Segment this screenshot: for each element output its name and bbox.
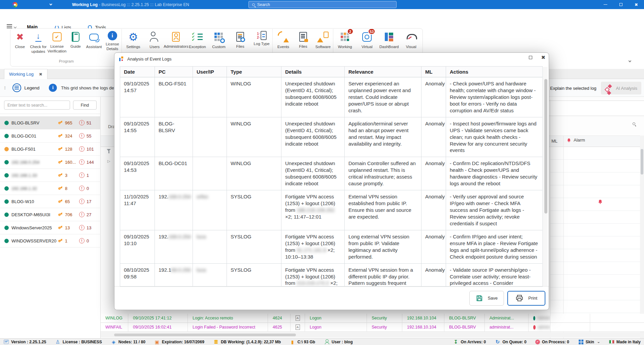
print-button[interactable]: Print [507, 291, 545, 306]
grid-search-icon[interactable] [633, 122, 635, 125]
table-row[interactable]: 08/10/2025 09:58 192.168.0.250 luca SYSL… [120, 264, 542, 287]
alert-icon: ! [79, 146, 84, 152]
server-list-item[interactable]: BLOG-DC01 324 ! 55 [0, 129, 101, 143]
table-row[interactable]: 09/10/2025 14:57 BLOG-FS01 WINLOG Unexpe… [120, 77, 542, 117]
sidebar-search-input[interactable]: Enter text to search... [4, 101, 70, 110]
log-desc-cell: Login: Acceso remoto [188, 314, 268, 323]
ribbon-button[interactable]: Custom [208, 31, 229, 49]
table-row[interactable]: 09/10/2025 14:53 BLOG-DC01 WINLOG Unexpe… [120, 157, 542, 190]
table-column-header[interactable]: User/IP [193, 67, 227, 77]
ribbon-button[interactable]: License Verification [47, 31, 66, 53]
table-row[interactable]: 11/10/2025 11:47 192.168.0.254 orfeo SYS… [120, 190, 542, 230]
server-list-item[interactable]: 192.168.1.33 3 ! 1 [0, 169, 101, 182]
ribbon-button[interactable]: 2 Working [335, 31, 355, 49]
ribbon-button[interactable]: Assistant [85, 31, 103, 49]
ribbon-button[interactable]: Software [313, 31, 333, 49]
log-grid-row[interactable]: WINFAIL 09/10/2025 16:02:41 Login Failed… [101, 323, 644, 332]
ribbon-button[interactable]: Settings [123, 31, 144, 49]
type-cell: WINLOG [227, 77, 281, 117]
table-row[interactable]: 09/10/2025 10:10 192.168.0.254 luca SYSL… [120, 230, 542, 264]
status-item[interactable]: License : BUSINESS [55, 339, 102, 345]
dialog-close-button[interactable]: ✖ [541, 54, 545, 61]
ribbon-button[interactable]: DashBoard [379, 31, 400, 49]
table-column-header[interactable]: Type [227, 67, 281, 77]
ribbon-button[interactable]: Close [11, 31, 29, 49]
table-row[interactable]: 09/10/2025 14:55 BLOG-BLSRV WINLOG Unexp… [120, 117, 542, 157]
server-list-item[interactable]: BLOG-W10 65 ! 17 [0, 195, 101, 208]
ribbon-button[interactable]: Administrators [166, 31, 187, 49]
legend-button[interactable]: Legend [24, 85, 39, 90]
server-list-item[interactable]: 192.168.1.32 8 ! 0 [0, 182, 101, 195]
quick-access-chevron-icon[interactable] [49, 3, 52, 5]
ai-prompt-input[interactable]: ✖ [538, 101, 644, 116]
status-item[interactable]: User : blog [324, 339, 353, 345]
log-grid-row[interactable]: WINLOG 09/10/2025 17:41:12 Login: Acceso… [101, 314, 644, 323]
status-item[interactable]: Expiration: 16/07/2069 [154, 339, 204, 345]
dialog-maximize-button[interactable] [529, 56, 532, 59]
status-item[interactable]: C:\ 93 Gb [290, 339, 315, 345]
maximize-button[interactable] [613, 0, 629, 9]
ribbon-button[interactable]: License Details [103, 31, 122, 51]
ribbon-button[interactable]: Visual [401, 31, 421, 49]
server-list-item[interactable]: 192.168.0.254 160... ! 144 [0, 156, 101, 169]
document-tab-working-log[interactable]: Working Log ✖ [4, 69, 47, 79]
table-column-header[interactable]: PC [155, 67, 193, 77]
table-column-header[interactable]: Details [281, 67, 345, 77]
ribbon-button[interactable]: Log Type [251, 31, 272, 46]
find-button[interactable]: Find [73, 101, 97, 110]
close-tab-icon[interactable]: ✖ [39, 72, 42, 77]
app-logo-icon[interactable] [12, 2, 18, 7]
status-item[interactable]: On Process: 0 [535, 340, 569, 344]
ml-column-header[interactable]: ML [551, 139, 557, 144]
status-item[interactable]: On Arrives: 0 [453, 339, 486, 345]
status-item[interactable]: DB Working: (1.4.2.9): 22,37 Mb [213, 339, 281, 345]
close-window-button[interactable]: ✖ [629, 0, 644, 9]
ribbon-button[interactable]: Exception [187, 31, 208, 49]
ribbon-button[interactable]: Users [144, 31, 165, 49]
server-list-item[interactable]: WINDOWSSERVER20 1 ! 0 [0, 234, 101, 247]
server-list-item[interactable]: BLOG-FS01 128 ! 101 [0, 143, 101, 156]
expand-row-icon[interactable]: ▷ [107, 159, 110, 163]
ai-analysis-button[interactable]: AI Analysis [601, 82, 641, 94]
ribbon-collapse-chevron-icon[interactable] [629, 60, 631, 62]
ribbon-button[interactable]: Files [293, 31, 313, 49]
alarm-column-header[interactable]: Alarm [567, 138, 585, 143]
search-placeholder: Search [257, 2, 270, 7]
explain-log-button[interactable]: Explain the selected log [550, 86, 596, 91]
server-list-item[interactable]: DESKTOP-M65UI3I 706 ! 27 [0, 208, 101, 221]
status-item[interactable]: Nodes: 11 / 80 [111, 339, 145, 345]
ribbon-button[interactable]: Files [230, 31, 251, 49]
ribbon-button[interactable]: Guide [66, 31, 85, 49]
table-column-header[interactable]: ML [421, 67, 446, 77]
redacted-ip: 168.0.254 [168, 194, 191, 199]
ribbon-button[interactable]: 53 Virtual [357, 31, 377, 49]
status-item[interactable]: Skin ⌄ [578, 339, 600, 345]
table-column-header[interactable]: Actions [446, 67, 542, 77]
drag-handle-icon[interactable]: ⁞⁞ [4, 85, 5, 90]
status-item[interactable]: On Queue: 0 [495, 339, 527, 345]
minimize-button[interactable] [598, 0, 613, 9]
scrollbar-thumb[interactable] [544, 79, 547, 214]
user-cell: administrat... [485, 323, 529, 332]
ribbon-button[interactable]: Check for updates [29, 31, 48, 54]
server-list-item[interactable]: BLOG-BLSRV 965 ! 51 [0, 116, 101, 129]
actions-cell: - Confirm IP/geo and user intent; ensure… [446, 230, 542, 263]
server-status-dot [4, 186, 9, 191]
scrollbar-thumb[interactable] [641, 149, 643, 175]
menu-icon[interactable] [7, 24, 12, 28]
key-icon [57, 224, 64, 231]
horizontal-scrollbar[interactable] [101, 332, 644, 338]
dialog-scrollbar[interactable] [543, 67, 548, 286]
status-item[interactable]: Made in Italy [609, 340, 641, 344]
alert-count: 0 [87, 238, 89, 243]
filter-funnel-icon[interactable] [107, 149, 111, 154]
server-list-item[interactable]: WindowsServer2025 13 ! 13 [0, 221, 101, 234]
scrollbar-thumb[interactable] [114, 334, 296, 336]
ribbon-button[interactable]: Events [273, 31, 293, 49]
global-search-input[interactable]: Search [248, 1, 397, 8]
status-item[interactable]: Version : 2.25.1.25 [3, 339, 46, 345]
alert-count: 1 [87, 173, 89, 178]
save-button[interactable]: Save [469, 291, 504, 306]
table-column-header[interactable]: Relevance [345, 67, 421, 77]
table-column-header[interactable]: Date [120, 67, 155, 77]
